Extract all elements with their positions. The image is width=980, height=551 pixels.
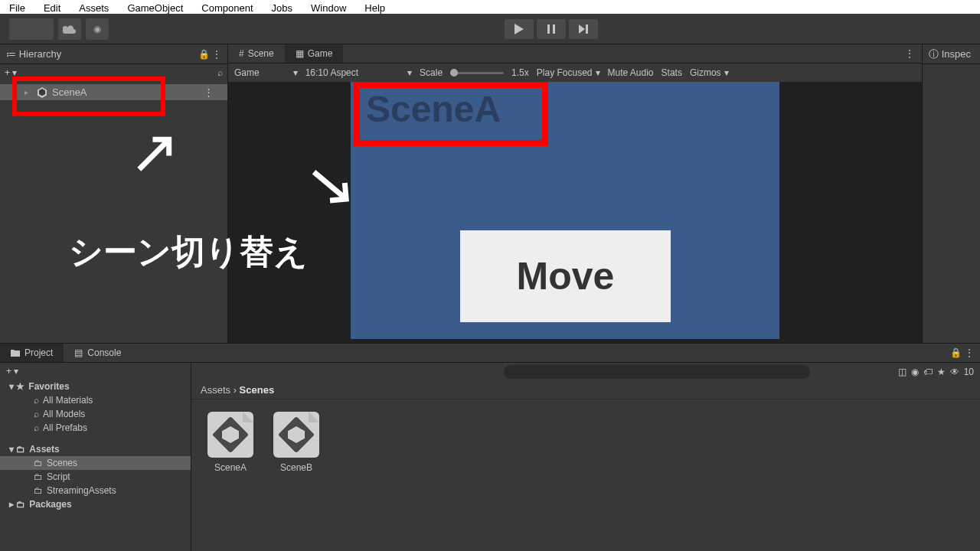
svg-rect-0 bbox=[547, 24, 550, 34]
scale-value: 1.5x bbox=[511, 67, 529, 78]
hierarchy-scene-row[interactable]: SceneA ⋮ bbox=[0, 84, 227, 100]
tab-project[interactable]: Project bbox=[0, 344, 64, 362]
tab-console[interactable]: ▤ Console bbox=[64, 344, 132, 362]
breadcrumb-root[interactable]: Assets bbox=[201, 384, 230, 396]
tree-favorites[interactable]: ▾ ★ Favorites bbox=[0, 380, 191, 393]
scene-title-text: SceneA bbox=[366, 88, 501, 130]
project-content: ⌕ ◫ ◉ 🏷 ★ 👁10 Assets › Scenes SceneA bbox=[191, 363, 980, 551]
tree-packages[interactable]: ▸ 🗀 Packages bbox=[0, 497, 191, 511]
project-search-input[interactable] bbox=[504, 365, 810, 379]
menu-gameobject[interactable]: GameObject bbox=[118, 2, 192, 12]
lock-icon[interactable]: 🔒 bbox=[950, 347, 962, 358]
tab-menu-icon[interactable]: ⋮ bbox=[897, 44, 922, 63]
tree-fav-item[interactable]: ⌕ All Models bbox=[0, 407, 191, 421]
tab-game[interactable]: ▦ Game bbox=[285, 44, 344, 63]
account-box[interactable] bbox=[9, 18, 54, 40]
hierarchy-panel: ≔ Hierarchy 🔒 ⋮ + ▾ ⌕ SceneA ⋮ bbox=[0, 44, 228, 343]
folder-icon bbox=[11, 349, 20, 357]
project-tree: + ▾ ▾ ★ Favorites ⌕ All Materials ⌕ All … bbox=[0, 363, 191, 551]
hierarchy-search-input[interactable]: ⌕ bbox=[217, 67, 223, 78]
scene-menu-icon[interactable]: ⋮ bbox=[204, 86, 214, 98]
scene-file-icon bbox=[207, 412, 253, 458]
asset-item[interactable]: SceneA bbox=[204, 412, 257, 473]
stats-toggle[interactable]: Stats bbox=[662, 67, 682, 78]
hidden-count: 10 bbox=[964, 367, 974, 377]
asset-item[interactable]: SceneB bbox=[270, 412, 323, 473]
play-focused-dropdown[interactable]: Play Focused ▾ bbox=[537, 67, 600, 78]
tree-folder-scenes[interactable]: 🗀 Scenes bbox=[0, 456, 191, 470]
asset-name: SceneB bbox=[280, 462, 312, 473]
scene-file-icon bbox=[273, 412, 319, 458]
project-panel: Project ▤ Console 🔒 ⋮ + ▾ ▾ ★ Favorites … bbox=[0, 343, 980, 551]
tree-assets[interactable]: ▾ 🗀 Assets bbox=[0, 442, 191, 456]
filter-type-icon[interactable]: ◫ bbox=[898, 367, 906, 377]
game-toolbar: Game▾ 16:10 Aspect▾ Scale 1.5x Play Focu… bbox=[228, 64, 922, 82]
filter-tag-icon[interactable]: 🏷 bbox=[923, 367, 933, 377]
breadcrumb: Assets › Scenes bbox=[191, 381, 980, 399]
hierarchy-menu-icon[interactable]: 🔒 ⋮ bbox=[198, 49, 221, 60]
play-controls bbox=[505, 19, 598, 39]
unity-scene-icon bbox=[37, 87, 47, 98]
step-button[interactable] bbox=[569, 19, 598, 39]
hidden-toggle-icon[interactable]: 👁 bbox=[950, 367, 959, 377]
center-panel: # Scene ▦ Game ⋮ Game▾ 16:10 Aspect▾ Sca… bbox=[228, 44, 922, 343]
tree-folder-script[interactable]: 🗀 Script bbox=[0, 470, 191, 484]
move-button[interactable]: Move bbox=[460, 230, 671, 322]
scale-slider[interactable] bbox=[450, 72, 504, 74]
game-mode-dropdown[interactable]: Game▾ bbox=[234, 67, 298, 78]
tree-fav-item[interactable]: ⌕ All Prefabs bbox=[0, 421, 191, 435]
tree-fav-item[interactable]: ⌕ All Materials bbox=[0, 393, 191, 407]
menu-component[interactable]: Component bbox=[192, 2, 262, 12]
add-asset-icon[interactable]: + ▾ bbox=[6, 366, 18, 377]
game-view: SceneA Move bbox=[228, 82, 922, 343]
aspect-dropdown[interactable]: 16:10 Aspect▾ bbox=[305, 67, 412, 78]
mute-audio-toggle[interactable]: Mute Audio bbox=[608, 67, 654, 78]
play-button[interactable] bbox=[505, 19, 534, 39]
hierarchy-title: ≔ Hierarchy bbox=[6, 48, 61, 60]
inspector-title: ⓘ Inspec bbox=[929, 47, 971, 61]
favorite-icon[interactable]: ★ bbox=[937, 367, 946, 377]
cloud-icon[interactable] bbox=[58, 18, 81, 40]
hierarchy-scene-name: SceneA bbox=[52, 86, 87, 98]
menu-file[interactable]: File bbox=[0, 2, 34, 12]
menu-edit[interactable]: Edit bbox=[34, 2, 70, 12]
menu-window[interactable]: Window bbox=[302, 2, 355, 12]
history-icon[interactable]: ◉ bbox=[86, 18, 109, 40]
svg-rect-2 bbox=[586, 24, 588, 34]
filter-label-icon[interactable]: ◉ bbox=[911, 367, 919, 377]
tree-folder-streaming[interactable]: 🗀 StreamingAssets bbox=[0, 484, 191, 497]
asset-name: SceneA bbox=[214, 462, 247, 473]
pause-button[interactable] bbox=[537, 19, 566, 39]
scale-label: Scale bbox=[420, 67, 443, 78]
breadcrumb-current: Scenes bbox=[240, 384, 275, 396]
menu-help[interactable]: Help bbox=[355, 2, 394, 12]
hierarchy-add-icon[interactable]: + ▾ bbox=[5, 67, 17, 78]
tab-scene[interactable]: # Scene bbox=[228, 44, 285, 63]
game-canvas: SceneA Move bbox=[351, 82, 779, 339]
menu-jobs[interactable]: Jobs bbox=[263, 2, 302, 12]
gizmos-dropdown[interactable]: Gizmos ▾ bbox=[690, 67, 729, 78]
panel-menu-icon[interactable]: ⋮ bbox=[965, 347, 974, 358]
menu-assets[interactable]: Assets bbox=[70, 2, 118, 12]
inspector-panel: ⓘ Inspec bbox=[922, 44, 980, 343]
svg-rect-1 bbox=[553, 24, 555, 34]
menubar: File Edit Assets GameObject Component Jo… bbox=[0, 0, 980, 14]
main-toolbar: ◉ bbox=[0, 14, 980, 44]
